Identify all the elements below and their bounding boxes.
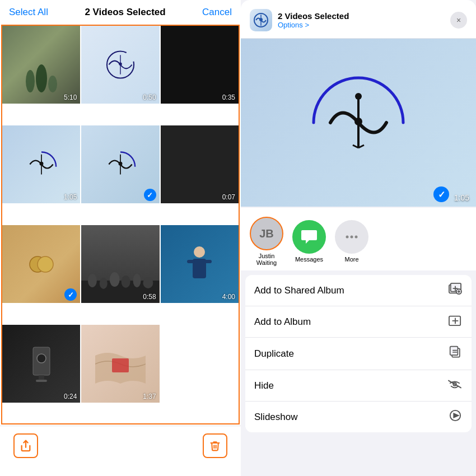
svg-point-31	[259, 18, 263, 21]
more-label: More	[344, 256, 358, 263]
sheet-title: 2 Videos Selected	[278, 11, 450, 21]
video-duration-8: 0:58	[143, 293, 156, 301]
svg-point-7	[39, 162, 43, 166]
svg-point-17	[133, 274, 141, 287]
app-icon	[250, 9, 272, 31]
left-panel: Select All 2 Videos Selected Cancel 5:10	[0, 0, 241, 476]
svg-point-5	[119, 63, 122, 66]
svg-point-16	[122, 276, 130, 288]
right-panel: 2 Videos Selected Options > ×	[241, 0, 476, 476]
video-cell-11[interactable]: 1:37	[81, 325, 159, 403]
svg-point-15	[110, 272, 120, 287]
share-button[interactable]	[13, 433, 38, 458]
selected-count-title: 2 Videos Selected	[85, 7, 165, 18]
duplicate-icon	[449, 346, 463, 362]
video-cell-7[interactable]	[2, 225, 80, 303]
messages-label: Messages	[295, 256, 323, 263]
video-cell-5[interactable]	[81, 125, 159, 203]
bottom-bar	[0, 426, 241, 476]
share-sheet: 2 Videos Selected Options > ×	[241, 0, 476, 476]
video-cell-3[interactable]: 0:35	[161, 26, 239, 104]
svg-point-34	[354, 118, 362, 125]
sheet-close-button[interactable]: ×	[450, 12, 467, 29]
svg-point-19	[194, 246, 205, 258]
video-cell-4[interactable]: 1:05	[2, 125, 80, 203]
shared-album-icon	[448, 283, 463, 298]
svg-rect-27	[112, 358, 129, 372]
add-shared-album-label: Add to Shared Album	[254, 285, 344, 296]
slideshow-label: Slideshow	[254, 412, 298, 423]
delete-button[interactable]	[203, 433, 227, 458]
sheet-header: 2 Videos Selected Options > ×	[241, 0, 476, 39]
add-album-label: Add to Album	[254, 316, 311, 328]
svg-point-1	[36, 64, 47, 92]
video-duration-9: 4:00	[222, 293, 235, 301]
hide-label: Hide	[254, 380, 274, 391]
video-duration-2: 0:50	[143, 94, 156, 101]
action-list: Add to Shared Album Add to Album	[245, 275, 472, 432]
svg-point-39	[355, 236, 358, 239]
video-cell-9[interactable]: 4:00	[161, 225, 239, 303]
contact-avatar-justin: JB	[250, 217, 283, 250]
slideshow-icon	[448, 409, 463, 424]
svg-point-33	[355, 93, 362, 100]
video-cell-10[interactable]: 0:24	[2, 325, 80, 403]
video-duration-1: 5:10	[64, 94, 77, 101]
more-app-icon	[335, 220, 368, 254]
select-all-button[interactable]: Select All	[9, 7, 48, 18]
svg-point-13	[88, 274, 97, 287]
video-duration-6: 0:07	[222, 193, 235, 201]
sheet-options[interactable]: Options >	[278, 21, 450, 29]
contact-name-justin: JustinWaiting	[256, 253, 277, 266]
add-album-icon	[448, 314, 463, 329]
svg-rect-25	[36, 380, 47, 382]
svg-point-11	[38, 256, 53, 272]
video-duration-10: 0:24	[64, 393, 77, 400]
selected-check-5	[144, 189, 156, 201]
cancel-button[interactable]: Cancel	[202, 7, 232, 18]
sheet-title-group: 2 Videos Selected Options >	[278, 11, 450, 29]
action-add-shared-album[interactable]: Add to Shared Album	[245, 275, 472, 306]
share-contacts-row: JB JustinWaiting Messages	[241, 208, 476, 270]
action-add-album[interactable]: Add to Album	[245, 306, 472, 338]
video-duration-11: 1:37	[143, 393, 156, 400]
video-cell-8[interactable]: 0:58	[81, 225, 159, 303]
photo-grid: 5:10 0:50 0:35 1:05	[1, 25, 240, 424]
svg-point-37	[346, 236, 349, 239]
action-slideshow[interactable]: Slideshow	[245, 402, 472, 432]
video-duration-3: 0:35	[222, 94, 235, 101]
svg-point-26	[37, 354, 46, 363]
preview-duration: 1:05	[454, 193, 469, 202]
svg-point-38	[351, 236, 353, 239]
app-messages[interactable]: Messages	[292, 220, 326, 263]
sheet-preview: ✓ 1:05	[241, 39, 476, 207]
preview-check-badge: ✓	[433, 186, 449, 202]
svg-point-18	[143, 277, 153, 288]
video-cell-2[interactable]: 0:50	[81, 26, 159, 104]
svg-point-14	[100, 278, 108, 289]
video-duration-4: 1:05	[64, 193, 77, 201]
svg-rect-45	[450, 347, 458, 355]
svg-marker-48	[454, 413, 458, 417]
action-hide[interactable]: Hide	[245, 370, 472, 402]
svg-point-9	[119, 162, 123, 166]
svg-point-0	[26, 70, 35, 92]
video-cell-1[interactable]: 5:10	[2, 26, 80, 104]
video-cell-6[interactable]: 0:07	[161, 125, 239, 203]
svg-point-2	[48, 76, 57, 92]
svg-rect-21	[187, 260, 195, 263]
hide-icon	[447, 378, 463, 393]
messages-app-icon	[292, 220, 326, 254]
top-bar: Select All 2 Videos Selected Cancel	[0, 0, 241, 25]
app-more[interactable]: More	[335, 220, 368, 263]
svg-rect-22	[204, 260, 212, 263]
duplicate-label: Duplicate	[254, 348, 294, 360]
contact-justin[interactable]: JB JustinWaiting	[250, 217, 283, 266]
action-duplicate[interactable]: Duplicate	[245, 338, 472, 370]
